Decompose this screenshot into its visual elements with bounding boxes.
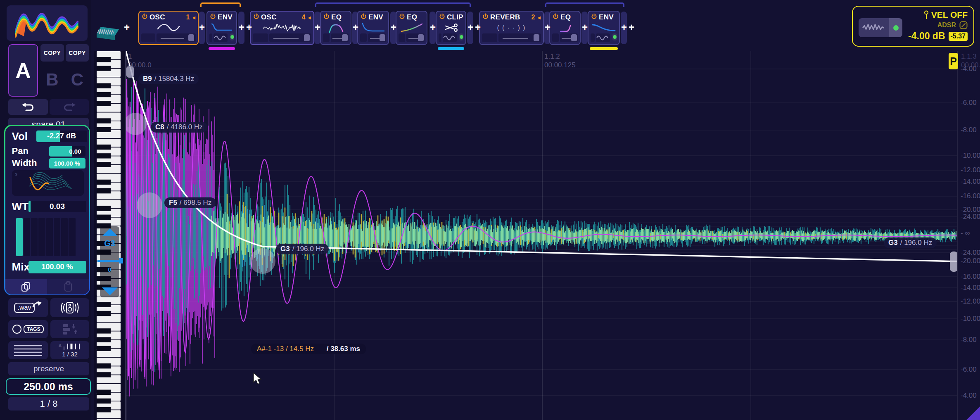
add-module-button[interactable]: + — [124, 21, 131, 33]
module-env[interactable]: ENV — [206, 11, 237, 45]
module-mini-slot[interactable] — [439, 33, 441, 42]
vel-toggle[interactable]: VEL OFF — [924, 10, 968, 20]
mod-source-chip[interactable] — [859, 18, 902, 37]
module-eq[interactable]: EQ — [396, 11, 427, 45]
module-reverb-2[interactable]: REVERB2◀( ( · · ) ) — [479, 11, 544, 45]
wt-slider[interactable]: 0.03 — [28, 201, 86, 212]
sample-thumbnail-icon[interactable] — [95, 23, 121, 42]
module-mini-knob[interactable] — [560, 33, 578, 42]
envelope-handle[interactable] — [124, 113, 147, 135]
module-mini-knob[interactable] — [157, 33, 196, 42]
add-module-button[interactable]: + — [582, 21, 589, 33]
piano-black-key[interactable] — [97, 302, 111, 307]
piano-black-key[interactable] — [97, 399, 111, 403]
module-enable-dot[interactable] — [459, 33, 463, 40]
keyboard-scroller[interactable]: G3 0 — [100, 226, 119, 297]
add-module-button[interactable]: + — [199, 21, 206, 33]
module-mini-knob[interactable] — [331, 33, 349, 42]
module-enable-dot[interactable] — [230, 33, 234, 40]
module-lfo-chip[interactable] — [596, 33, 610, 42]
add-module-button[interactable]: + — [353, 21, 360, 33]
module-env[interactable]: ENV — [357, 11, 389, 45]
piano-black-key[interactable] — [97, 162, 111, 167]
module-enable-dot[interactable] — [612, 33, 617, 40]
piano-black-key[interactable] — [97, 215, 111, 220]
add-module-button[interactable]: + — [430, 21, 437, 33]
scroll-down-icon[interactable] — [102, 287, 118, 295]
collapse-icon[interactable]: ◀ — [192, 15, 195, 20]
module-osc-4[interactable]: OSC4◀ — [250, 11, 314, 45]
module-mini-slot[interactable] — [141, 33, 155, 42]
power-icon[interactable] — [439, 13, 445, 21]
piano-black-key[interactable] — [97, 206, 111, 211]
module-mini-knob[interactable] — [406, 33, 425, 42]
module-eq[interactable]: EQ — [549, 11, 581, 45]
envelope-end-handle[interactable] — [950, 252, 958, 272]
module-mini-slot[interactable] — [591, 33, 595, 42]
envelope-handle[interactable] — [137, 192, 162, 218]
module-env[interactable]: ENV — [588, 11, 620, 45]
module-mini-slot[interactable] — [360, 33, 367, 42]
module-eq[interactable]: EQ — [320, 11, 351, 45]
module-mini-slot[interactable] — [323, 33, 330, 42]
piano-black-key[interactable] — [97, 363, 111, 368]
collapse-icon[interactable]: ◀ — [308, 15, 311, 20]
piano-black-key[interactable] — [97, 188, 111, 193]
piano-black-key[interactable] — [97, 346, 111, 351]
power-icon[interactable] — [210, 13, 216, 21]
adsr-button[interactable]: ADSR — [937, 21, 968, 29]
piano-black-key[interactable] — [97, 57, 111, 62]
power-icon[interactable] — [482, 13, 489, 21]
power-icon[interactable] — [553, 13, 559, 21]
power-icon[interactable] — [253, 13, 259, 21]
add-module-button[interactable]: ++ — [467, 21, 482, 33]
root-note-marker[interactable] — [97, 260, 120, 262]
piano-black-key[interactable] — [97, 328, 111, 333]
db-scale-label: -20.00 — [961, 257, 980, 265]
envelope-handle[interactable] — [250, 248, 275, 274]
collapse-icon[interactable]: ◀ — [537, 15, 541, 20]
piano-black-key[interactable] — [97, 92, 111, 97]
piano-black-key[interactable] — [97, 337, 111, 342]
module-lfo-chip[interactable] — [214, 33, 228, 42]
piano-black-key[interactable] — [97, 390, 111, 395]
add-module-button[interactable]: + — [391, 21, 398, 33]
piano-black-key[interactable] — [97, 145, 111, 149]
piano-black-key[interactable] — [97, 372, 111, 377]
power-icon[interactable] — [323, 13, 330, 21]
p-badge[interactable]: P — [949, 53, 958, 69]
module-osc-1[interactable]: OSC1◀ — [138, 11, 199, 45]
power-icon[interactable] — [361, 13, 367, 21]
piano-black-key[interactable] — [97, 118, 111, 123]
add-module-button[interactable]: ++ — [621, 21, 636, 33]
piano-black-key[interactable] — [97, 83, 111, 88]
module-mini-slot[interactable] — [209, 33, 212, 42]
piano-black-key[interactable] — [97, 66, 111, 71]
module-mini-slot[interactable] — [482, 33, 497, 42]
module-clip[interactable]: CLIP — [436, 11, 466, 45]
piano-black-key[interactable] — [97, 180, 111, 185]
velocity-panel[interactable]: VEL OFF ADSR -4.00 dB -5.37 — [852, 6, 974, 47]
piano-black-key[interactable] — [97, 127, 111, 132]
scroll-up-icon[interactable] — [102, 228, 118, 236]
power-icon[interactable] — [142, 13, 148, 21]
power-icon[interactable] — [591, 13, 597, 21]
add-module-button[interactable]: + — [315, 21, 322, 33]
piano-black-key[interactable] — [97, 153, 111, 158]
vol-slider[interactable]: -2.27 dB — [36, 131, 87, 142]
module-mini-knob[interactable] — [368, 33, 386, 42]
module-mini-slot[interactable] — [399, 33, 405, 42]
gain-control[interactable]: -4.00 dB -5.37 — [908, 31, 968, 42]
power-icon[interactable] — [399, 13, 405, 21]
add-module-button[interactable]: ++ — [239, 21, 254, 33]
piano-black-key[interactable] — [97, 311, 111, 316]
piano-black-key[interactable] — [97, 101, 111, 106]
module-mini-knob[interactable] — [269, 33, 311, 42]
module-lfo-chip[interactable] — [443, 33, 457, 42]
resize-corner[interactable] — [966, 406, 980, 420]
module-mini-knob[interactable] — [498, 33, 541, 42]
piano-black-key[interactable] — [97, 407, 111, 412]
module-mini-slot[interactable] — [552, 33, 559, 42]
module-mini-slot[interactable] — [253, 33, 268, 42]
add-module-button[interactable]: + — [545, 21, 552, 33]
